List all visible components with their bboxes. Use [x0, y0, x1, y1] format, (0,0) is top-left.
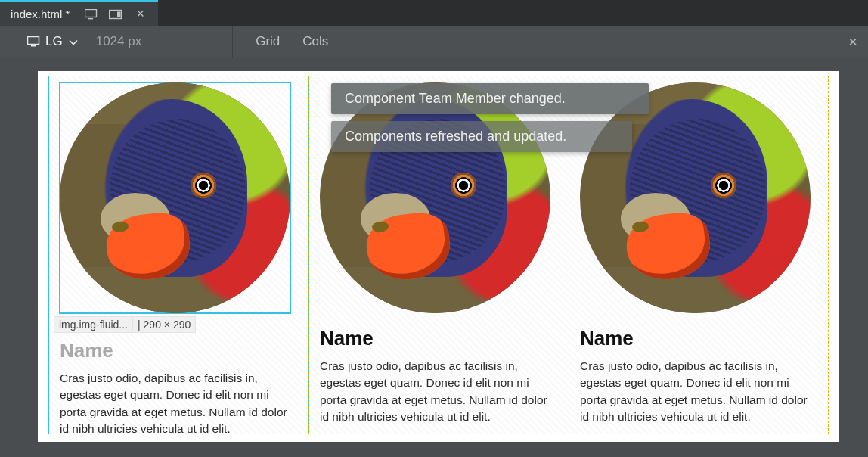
canvas-toolbar: LG 1024 px Grid Cols × [0, 26, 868, 58]
card-body[interactable]: Cras justo odio, dapibus ac facilisis in… [60, 370, 298, 438]
svg-rect-4 [28, 37, 39, 45]
canvas-width-label: 1024 px [96, 34, 142, 49]
team-member-column[interactable]: Name Cras justo odio, dapibus ac facilis… [569, 76, 829, 434]
card-body[interactable]: Cras justo odio, dapibus ac facilisis in… [580, 358, 818, 426]
breakpoint-label: LG [45, 34, 63, 49]
toggle-cols-button[interactable]: Cols [295, 31, 336, 52]
selection-dimensions: | 290 × 290 [133, 316, 196, 333]
team-member-card: img.img-fluid... | 290 × 290 Name Cras j… [55, 82, 302, 438]
card-body[interactable]: Cras justo odio, dapibus ac facilisis in… [320, 358, 558, 426]
breakpoint-selector[interactable]: LG [21, 31, 84, 52]
team-member-avatar [580, 82, 811, 313]
canvas-area: img.img-fluid... | 290 × 290 Name Cras j… [0, 58, 868, 457]
card-heading[interactable]: Name [580, 327, 818, 350]
file-tab[interactable]: index.html * × [0, 0, 158, 26]
selection-info-badge: img.img-fluid... | 290 × 290 [54, 316, 196, 333]
team-member-column[interactable]: Name Cras justo odio, dapibus ac facilis… [308, 76, 569, 434]
svg-rect-3 [117, 11, 121, 17]
svg-rect-5 [31, 45, 36, 47]
device-icon [27, 36, 41, 47]
team-member-image-selected[interactable] [60, 82, 290, 313]
team-member-card: Name Cras justo odio, dapibus ac facilis… [315, 82, 563, 426]
team-member-card: Name Cras justo odio, dapibus ac facilis… [575, 82, 823, 426]
svg-rect-0 [85, 9, 97, 17]
close-panel-button[interactable]: × [848, 33, 857, 51]
team-member-avatar [320, 82, 550, 313]
tab-bar: index.html * × [0, 0, 868, 26]
team-member-image[interactable] [580, 82, 811, 313]
team-member-image[interactable] [320, 82, 550, 313]
selection-element-label: img.img-fluid... [54, 316, 133, 333]
chevron-down-icon [69, 34, 78, 49]
toolbar-divider [232, 26, 233, 58]
split-view-icon[interactable] [109, 9, 122, 20]
team-member-avatar [60, 82, 290, 313]
toggle-grid-button[interactable]: Grid [248, 31, 287, 52]
card-heading[interactable]: Name [60, 339, 298, 362]
team-member-column[interactable]: img.img-fluid... | 290 × 290 Name Cras j… [48, 76, 309, 434]
desktop-view-icon[interactable] [85, 9, 98, 20]
card-heading[interactable]: Name [320, 327, 558, 350]
page-canvas[interactable]: img.img-fluid... | 290 × 290 Name Cras j… [38, 71, 839, 442]
close-tab-button[interactable]: × [133, 6, 147, 22]
svg-rect-1 [88, 18, 93, 19]
file-tab-label: index.html * [11, 8, 70, 20]
